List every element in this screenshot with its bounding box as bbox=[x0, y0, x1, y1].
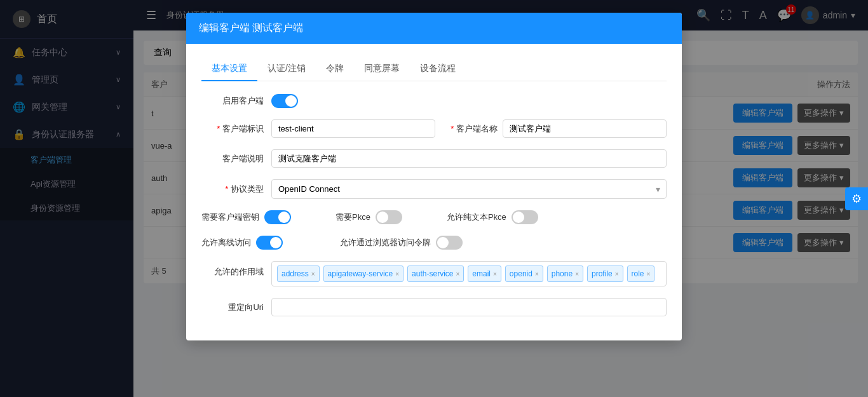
client-id-input[interactable] bbox=[271, 119, 435, 138]
scope-label: 允许的作用域 bbox=[201, 261, 271, 278]
modal-body: 基本设置 认证/注销 令牌 同意屏幕 设备流程 启用客户端 客户端标识 客户端名… bbox=[186, 44, 682, 340]
scope-tag: phone× bbox=[547, 266, 583, 282]
client-desc-label: 客户端说明 bbox=[201, 153, 271, 165]
allow-offline-label: 允许离线访问 bbox=[201, 237, 251, 248]
allow-browser-group: 允许通过浏览器访问令牌 bbox=[340, 236, 463, 250]
scope-remove-icon[interactable]: × bbox=[615, 271, 619, 278]
scopes-input[interactable]: address×apigateway-service×auth-service×… bbox=[271, 261, 667, 286]
modal-tabs: 基本设置 认证/注销 令牌 同意屏幕 设备流程 bbox=[201, 57, 667, 81]
scope-value: role bbox=[632, 269, 644, 278]
scope-tag: openid× bbox=[505, 266, 543, 282]
enable-client-row: 启用客户端 bbox=[201, 94, 667, 108]
allow-plain-pkce-toggle[interactable] bbox=[512, 210, 538, 224]
need-pkce-label: 需要Pkce bbox=[336, 212, 370, 223]
client-id-name-row: 客户端标识 客户端名称 bbox=[201, 119, 667, 138]
enable-label: 启用客户端 bbox=[201, 95, 271, 107]
allow-offline-group: 允许离线访问 bbox=[201, 236, 283, 250]
toggle-knob bbox=[377, 212, 388, 223]
allow-plain-pkce-group: 允许纯文本Pkce bbox=[447, 210, 538, 224]
redirect-uri-input[interactable] bbox=[271, 298, 667, 316]
toggles-row-1: 需要客户端密钥 需要Pkce 允许纯文本Pkce bbox=[201, 210, 667, 224]
need-pkce-group: 需要Pkce bbox=[336, 210, 402, 224]
scope-value: email bbox=[472, 269, 491, 278]
tab-basic[interactable]: 基本设置 bbox=[201, 57, 257, 81]
protocol-row: 协议类型 OpenID Connect ▾ bbox=[201, 179, 667, 199]
scope-remove-icon[interactable]: × bbox=[535, 271, 539, 278]
protocol-select[interactable]: OpenID Connect bbox=[271, 179, 667, 199]
scope-row: 允许的作用域 address×apigateway-service×auth-s… bbox=[201, 261, 667, 286]
allow-offline-toggle[interactable] bbox=[256, 236, 283, 250]
protocol-label: 协议类型 bbox=[201, 184, 271, 195]
allow-browser-toggle[interactable] bbox=[436, 236, 463, 250]
toggle-knob bbox=[437, 237, 449, 248]
scope-value: auth-service bbox=[412, 269, 453, 278]
toggles-row-2: 允许离线访问 允许通过浏览器访问令牌 bbox=[201, 236, 667, 250]
scope-value: openid bbox=[510, 269, 532, 278]
toggle-knob bbox=[270, 237, 281, 248]
need-secret-toggle[interactable] bbox=[264, 210, 291, 224]
toggle-knob bbox=[278, 212, 290, 223]
scope-tag: profile× bbox=[587, 266, 623, 282]
allow-browser-label: 允许通过浏览器访问令牌 bbox=[340, 237, 431, 248]
redirect-uri-label: 重定向Uri bbox=[201, 302, 271, 313]
scope-tag: role× bbox=[627, 266, 655, 282]
scope-remove-icon[interactable]: × bbox=[493, 271, 497, 278]
redirect-uri-row: 重定向Uri bbox=[201, 298, 667, 316]
scope-tag: email× bbox=[468, 266, 501, 282]
scope-value: phone bbox=[552, 269, 573, 278]
scope-tag: apigateway-service× bbox=[323, 266, 404, 282]
toggle-knob bbox=[285, 95, 297, 107]
scope-tag: address× bbox=[277, 266, 320, 282]
client-desc-row: 客户端说明 bbox=[201, 149, 667, 168]
scope-value: address bbox=[281, 269, 309, 278]
allow-plain-pkce-label: 允许纯文本Pkce bbox=[447, 212, 506, 223]
need-pkce-toggle[interactable] bbox=[376, 210, 402, 224]
scope-value: profile bbox=[592, 269, 613, 278]
protocol-select-wrap: OpenID Connect ▾ bbox=[271, 179, 667, 199]
modal-header: 编辑客户端 测试客户端 bbox=[186, 13, 682, 44]
tab-consent[interactable]: 同意屏幕 bbox=[354, 57, 410, 81]
edit-client-modal: 编辑客户端 测试客户端 基本设置 认证/注销 令牌 同意屏幕 设备流程 启用客户… bbox=[186, 13, 682, 340]
scope-tag: auth-service× bbox=[407, 266, 464, 282]
client-id-label: 客户端标识 bbox=[201, 123, 271, 135]
gear-icon: ⚙ bbox=[851, 192, 862, 206]
modal-title: 编辑客户端 测试客户端 bbox=[199, 22, 303, 33]
need-secret-label: 需要客户端密钥 bbox=[201, 212, 259, 223]
client-desc-input[interactable] bbox=[271, 149, 667, 168]
scope-remove-icon[interactable]: × bbox=[575, 271, 579, 278]
settings-fab[interactable]: ⚙ bbox=[845, 187, 868, 210]
need-secret-group: 需要客户端密钥 bbox=[201, 210, 291, 224]
client-name-input[interactable] bbox=[503, 119, 667, 138]
scope-value: apigateway-service bbox=[328, 269, 393, 278]
modal-overlay: 编辑客户端 测试客户端 基本设置 认证/注销 令牌 同意屏幕 设备流程 启用客户… bbox=[0, 0, 868, 397]
scope-remove-icon[interactable]: × bbox=[647, 271, 651, 278]
scope-remove-icon[interactable]: × bbox=[456, 271, 459, 278]
client-name-field-label: 客户端名称 bbox=[451, 123, 503, 135]
tab-device[interactable]: 设备流程 bbox=[410, 57, 466, 81]
tab-auth[interactable]: 认证/注销 bbox=[257, 57, 316, 81]
tab-token[interactable]: 令牌 bbox=[316, 57, 354, 81]
enable-client-toggle[interactable] bbox=[271, 94, 298, 108]
scope-remove-icon[interactable]: × bbox=[395, 271, 399, 278]
toggle-knob bbox=[513, 212, 524, 223]
scope-remove-icon[interactable]: × bbox=[311, 271, 315, 278]
